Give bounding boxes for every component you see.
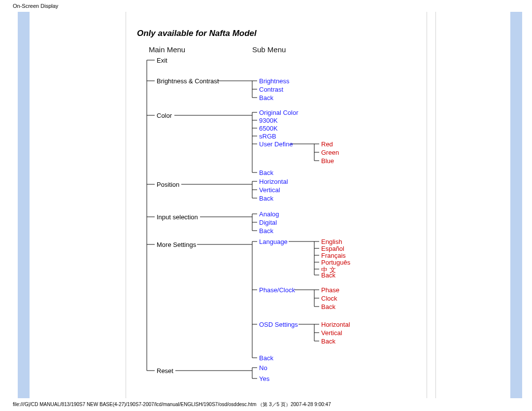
phase-1: Clock bbox=[321, 295, 337, 302]
sub-position-0: Horizontal bbox=[259, 178, 288, 185]
decor-bar-right bbox=[510, 12, 522, 398]
sub-reset-1: Yes bbox=[259, 375, 269, 382]
osd-1: Vertical bbox=[321, 329, 342, 337]
page-header: On-Screen Display bbox=[13, 3, 58, 9]
sub-position-1: Vertical bbox=[259, 186, 280, 194]
sub-color-4: User Define bbox=[259, 140, 293, 148]
sub-position-2: Back bbox=[259, 195, 273, 202]
sub-color-3: sRGB bbox=[259, 133, 276, 140]
sub-brightness-2: Back bbox=[259, 94, 273, 102]
lang-5: Back bbox=[321, 272, 335, 279]
osd-tree: Only available for Nafta Model Main Menu… bbox=[137, 29, 423, 44]
menu-exit: Exit bbox=[157, 57, 167, 64]
sub-color-1: 9300K bbox=[259, 117, 278, 124]
menu-brightness: Brightness & Contrast bbox=[157, 77, 219, 85]
sub-reset-0: No bbox=[259, 364, 267, 372]
sub-color-user-0: Red bbox=[321, 140, 333, 148]
sub-more-language: Language bbox=[259, 238, 288, 245]
sub-input-1: Digital bbox=[259, 219, 277, 226]
sub-color-5: Back bbox=[259, 169, 273, 176]
decor-line-a bbox=[126, 12, 126, 398]
page-title: Only available for Nafta Model bbox=[137, 29, 423, 38]
osd-0: Horizontal bbox=[321, 321, 350, 328]
lang-1: Español bbox=[321, 245, 344, 252]
menu-input: Input selection bbox=[157, 213, 198, 221]
menu-color: Color bbox=[157, 112, 172, 119]
sub-color-user-2: Blue bbox=[321, 157, 334, 165]
lang-3: Português bbox=[321, 259, 350, 266]
menu-position: Position bbox=[157, 181, 179, 188]
phase-0: Phase bbox=[321, 286, 339, 294]
lang-2: Français bbox=[321, 252, 346, 259]
footer-path: file:///G|/CD MANUAL/813/190S7 NEW BASE(… bbox=[13, 401, 331, 408]
sub-more-osd: OSD Settings bbox=[259, 321, 298, 328]
sub-input-0: Analog bbox=[259, 210, 279, 218]
osd-2: Back bbox=[321, 338, 335, 345]
decor-bar-left bbox=[18, 12, 30, 398]
decor-line-c bbox=[435, 12, 436, 398]
menu-reset: Reset bbox=[157, 367, 173, 375]
decor-line-b bbox=[427, 12, 427, 398]
sub-more-phase: Phase/Clock bbox=[259, 286, 295, 294]
sub-color-2: 6500K bbox=[259, 125, 278, 132]
sub-color-0: Original Color bbox=[259, 109, 298, 116]
sub-brightness-1: Contrast bbox=[259, 86, 283, 93]
heading-main-menu: Main Menu bbox=[149, 45, 185, 54]
sub-color-user-1: Green bbox=[321, 149, 339, 156]
sub-brightness-0: Brightness bbox=[259, 77, 289, 85]
heading-sub-menu: Sub Menu bbox=[252, 45, 286, 54]
phase-2: Back bbox=[321, 303, 335, 310]
lang-0: English bbox=[321, 238, 342, 245]
menu-more: More Settings bbox=[157, 241, 196, 248]
sub-input-2: Back bbox=[259, 227, 273, 235]
sub-more-back: Back bbox=[259, 354, 273, 362]
